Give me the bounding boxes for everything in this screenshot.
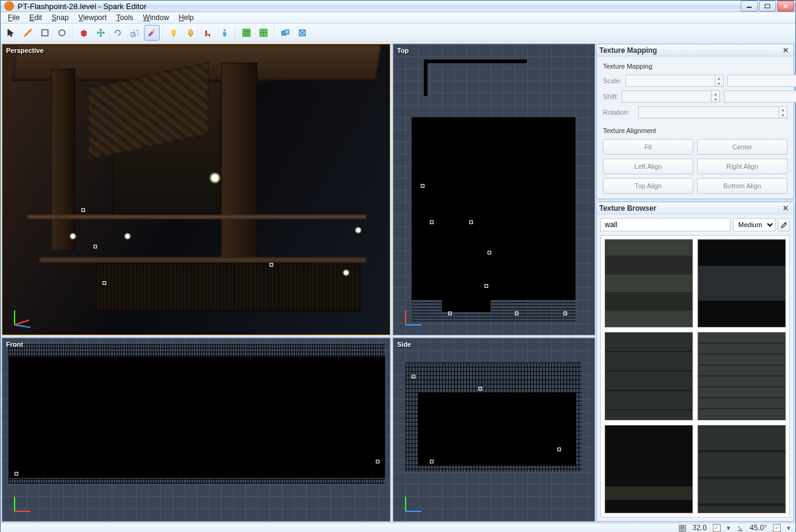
rotation-input[interactable]: ▲▼ [638, 106, 787, 118]
thumbnail-size-select[interactable]: Medium [733, 218, 775, 231]
texture-mapping-panel: Texture Mapping ✕ Texture Mapping Scale:… [596, 44, 794, 199]
group-tool[interactable] [277, 25, 293, 41]
svg-rect-11 [205, 30, 207, 34]
svg-line-22 [15, 325, 30, 327]
move-tool[interactable] [93, 25, 109, 41]
minimize-button[interactable] [741, 1, 758, 12]
viewport-front[interactable]: Front [2, 338, 390, 522]
panel-title: Texture Mapping [599, 46, 657, 55]
top-align-button[interactable]: Top Align [603, 178, 693, 194]
panel-header[interactable]: Texture Mapping ✕ [597, 44, 794, 56]
statusbar: 32.0 ✓ ▾ 45.0° ✓ ▾ [1, 523, 795, 532]
grid-snap-icon: ▾ [727, 524, 730, 532]
align-group-label: Texture Alignment [603, 127, 787, 134]
toolbar-separator [274, 26, 275, 39]
face-tool[interactable] [294, 25, 310, 41]
light-tool[interactable] [166, 25, 182, 41]
svg-point-5 [59, 30, 65, 36]
bottom-align-button[interactable]: Bottom Align [697, 178, 787, 194]
axis-gizmo [10, 492, 34, 516]
shift-y-input[interactable]: ▲▼ [724, 90, 796, 103]
viewport-label: Side [397, 341, 411, 348]
snap-grid-checkbox[interactable]: ✓ [713, 524, 721, 532]
perspective-render [2, 44, 390, 335]
right-align-button[interactable]: Right Align [697, 159, 787, 174]
scale-tool[interactable] [127, 25, 143, 41]
grid-minor-tool[interactable] [256, 25, 271, 41]
extrude-tool[interactable] [76, 25, 92, 41]
center-button[interactable]: Center [697, 139, 787, 155]
rect-tool[interactable] [37, 25, 53, 41]
shift-label: Shift: [603, 93, 618, 100]
close-button[interactable] [777, 1, 794, 12]
prop-tool[interactable] [200, 25, 216, 41]
toolbar-separator [162, 26, 163, 39]
maximize-button[interactable] [759, 1, 776, 12]
circle-tool[interactable] [54, 25, 70, 41]
axis-gizmo [401, 492, 425, 516]
menu-tools[interactable]: Tools [112, 12, 138, 23]
svg-rect-12 [205, 34, 210, 35]
grid-major-tool[interactable] [239, 25, 254, 41]
svg-point-10 [190, 35, 192, 36]
viewport-perspective[interactable]: Perspective [2, 44, 390, 335]
svg-rect-13 [205, 35, 206, 36]
svg-rect-4 [42, 30, 48, 36]
texture-thumb[interactable] [698, 425, 786, 513]
angle-snap-icon: ▾ [787, 524, 791, 532]
fit-button[interactable]: Fit [603, 139, 693, 155]
group-label: Texture Mapping [603, 63, 787, 70]
svg-rect-16 [243, 29, 250, 36]
viewport-top[interactable]: Top [393, 44, 595, 335]
rotate-tool[interactable] [110, 25, 126, 41]
menu-help[interactable]: Help [174, 12, 199, 23]
texture-thumb[interactable] [698, 332, 786, 420]
paint-tool[interactable] [144, 25, 160, 41]
grid-size-value: 32.0 [692, 523, 706, 532]
side-panels: Texture Mapping ✕ Texture Mapping Scale:… [596, 43, 795, 523]
texture-search-input[interactable] [600, 218, 730, 231]
shift-x-input[interactable]: ▲▼ [622, 90, 720, 103]
window-title: PT-Flashpoint-28.level - Spark Editor [18, 2, 741, 11]
app-window: PT-Flashpoint-28.level - Spark Editor Fi… [0, 0, 796, 532]
snap-angle-checkbox[interactable]: ✓ [773, 524, 781, 532]
svg-rect-6 [131, 33, 135, 36]
content-area: Perspective [1, 42, 795, 523]
left-align-button[interactable]: Left Align [603, 159, 693, 174]
close-icon[interactable]: ✕ [780, 204, 791, 213]
menu-file[interactable]: File [3, 12, 24, 23]
menu-window[interactable]: Window [138, 12, 174, 23]
svg-point-9 [171, 30, 176, 35]
close-icon[interactable]: ✕ [780, 46, 791, 55]
axis-gizmo [10, 305, 34, 330]
texture-thumb[interactable] [605, 239, 693, 327]
toolbar-separator [72, 26, 73, 39]
scale-label: Scale: [603, 77, 622, 84]
texture-grid[interactable] [600, 235, 790, 517]
svg-rect-30 [679, 525, 685, 531]
spawn-tool[interactable] [183, 25, 199, 41]
player-tool[interactable] [217, 25, 233, 41]
svg-point-8 [152, 30, 155, 32]
app-icon [4, 1, 14, 11]
panel-header[interactable]: Texture Browser ✕ [597, 202, 794, 214]
toolbar-separator [235, 26, 236, 39]
menu-viewport[interactable]: Viewport [73, 12, 111, 23]
svg-rect-14 [209, 35, 210, 36]
line-tool[interactable] [20, 25, 36, 41]
eyedropper-button[interactable] [778, 218, 790, 231]
viewports-grid: Perspective [1, 43, 596, 523]
texture-thumb[interactable] [605, 332, 693, 420]
svg-rect-19 [285, 30, 289, 34]
texture-thumb[interactable] [698, 239, 786, 327]
menu-edit[interactable]: Edit [24, 12, 47, 23]
menu-snap[interactable]: Snap [47, 12, 73, 23]
texture-thumb[interactable] [605, 425, 693, 513]
scale-x-input[interactable]: ▲▼ [625, 75, 724, 87]
scale-y-input[interactable]: ▲▼ [727, 75, 796, 87]
texture-browser-panel: Texture Browser ✕ Medium [596, 202, 794, 522]
panel-title: Texture Browser [599, 204, 656, 213]
titlebar[interactable]: PT-Flashpoint-28.level - Spark Editor [1, 1, 795, 12]
viewport-side[interactable]: Side [393, 338, 595, 522]
select-tool[interactable] [3, 25, 19, 41]
